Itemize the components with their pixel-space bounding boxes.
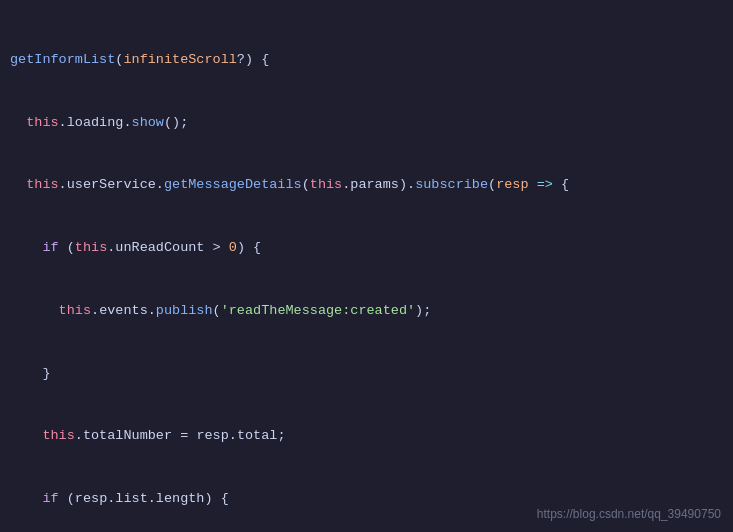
code-line-7: this.totalNumber = resp.total; [0,426,733,447]
code-line-4: if (this.unReadCount > 0) { [0,238,733,259]
code-editor: getInformList(infiniteScroll?) { this.lo… [0,0,733,532]
code-line-2: this.loading.show(); [0,113,733,134]
code-line-1: getInformList(infiniteScroll?) { [0,50,733,71]
code-line-3: this.userService.getMessageDetails(this.… [0,175,733,196]
code-line-6: } [0,364,733,385]
watermark: https://blog.csdn.net/qq_39490750 [537,505,721,524]
code-line-5: this.events.publish('readTheMessage:crea… [0,301,733,322]
